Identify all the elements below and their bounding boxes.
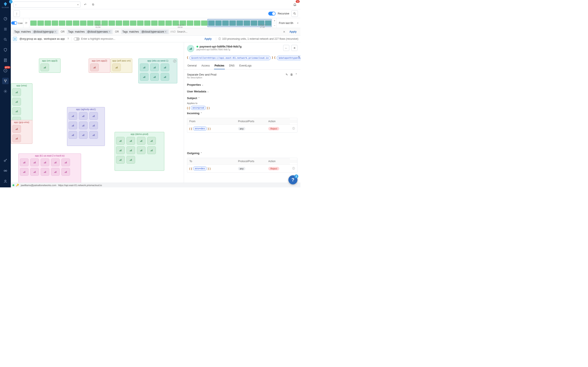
section-properties[interactable]: Properties⌄	[187, 81, 297, 88]
edit-button[interactable]: ✎	[285, 73, 288, 76]
cluster-arif-aws-vm[interactable]: app (arif-aws-vm)	[111, 58, 132, 73]
help-icon[interactable]: ?	[68, 37, 69, 40]
processing-unit[interactable]	[116, 156, 125, 164]
cluster-vm-app3[interactable]: app (vm-app3)	[39, 58, 61, 73]
processing-unit[interactable]	[12, 107, 21, 115]
processing-unit[interactable]	[51, 158, 60, 166]
graph-canvas[interactable]: ⌃ app (vm-app3)app (vm-app2)app (arif-aw…	[11, 42, 184, 187]
processing-unit[interactable]	[61, 168, 70, 176]
nav-list[interactable]	[2, 26, 9, 32]
processing-unit[interactable]	[90, 63, 99, 71]
nav-search[interactable]	[2, 36, 9, 43]
tab-dns[interactable]: DNS	[229, 62, 235, 69]
processing-unit[interactable]	[69, 112, 77, 120]
notifications-button[interactable]: 11	[292, 1, 298, 8]
help-fab[interactable]: ? 2	[288, 175, 297, 184]
section-incoming[interactable]: Incoming⌃	[187, 110, 297, 117]
cluster-gcp-vms[interactable]: app (gcp-vms)	[11, 120, 32, 144]
processing-unit[interactable]	[69, 122, 77, 129]
processing-unit[interactable]	[30, 168, 39, 176]
close-button[interactable]: ✕	[291, 45, 297, 51]
processing-unit[interactable]	[89, 131, 98, 139]
processing-unit[interactable]	[61, 158, 70, 166]
processing-unit[interactable]	[147, 146, 156, 154]
live-toggle[interactable]	[11, 21, 17, 25]
remove-chip-icon[interactable]: ×	[54, 30, 56, 33]
cluster-demo-prod[interactable]: app (demo-prod)	[115, 132, 164, 171]
cluster-aghody-aks1[interactable]: app (aghody-aks1)	[67, 107, 105, 146]
nav-alerts[interactable]: 8772	[2, 67, 9, 74]
section-subject[interactable]: Subject⌃	[187, 95, 297, 101]
apply-highlight-button[interactable]: Apply	[203, 37, 213, 40]
processing-unit[interactable]	[20, 158, 28, 166]
filter-chip-azure[interactable]: Tags matches @cloud:type=azure×	[121, 29, 169, 34]
processing-unit[interactable]	[126, 137, 135, 145]
processing-unit[interactable]	[161, 73, 169, 81]
tab-access[interactable]: Access	[201, 62, 210, 69]
processing-unit[interactable]	[126, 156, 135, 164]
expand-cluster-icon[interactable]: ↗	[173, 59, 176, 63]
filter-search-input[interactable]	[177, 30, 281, 33]
processing-unit[interactable]	[41, 158, 49, 166]
processing-unit[interactable]	[161, 63, 169, 71]
nav-report[interactable]	[2, 57, 9, 63]
processing-unit[interactable]	[12, 98, 21, 106]
processing-unit[interactable]	[40, 63, 49, 71]
timeline-track[interactable]: last 6h May 0401:00 May 0409:00 May 0417…	[29, 18, 272, 28]
time-range-selector[interactable]: From last 6h ▾	[277, 18, 301, 28]
nav-settings[interactable]	[2, 88, 9, 95]
remove-chip-icon[interactable]: ×	[165, 30, 166, 33]
processing-unit[interactable]	[116, 146, 125, 154]
processing-unit[interactable]	[20, 168, 28, 176]
collapse-policy-button[interactable]: ⌃	[295, 73, 297, 76]
processing-unit[interactable]	[137, 137, 146, 145]
row-info-button[interactable]: ⓘ	[290, 165, 297, 172]
processing-unit[interactable]	[147, 137, 156, 145]
processing-unit[interactable]	[30, 158, 39, 166]
more-menu-button[interactable]: ⋮	[13, 10, 20, 17]
search-button[interactable]	[291, 10, 298, 17]
copy-button[interactable]: ⧉	[90, 1, 96, 8]
tab-policies[interactable]: Policies	[214, 62, 225, 69]
processing-unit[interactable]	[79, 131, 87, 139]
nav-dashboard[interactable]	[2, 16, 9, 22]
processing-unit[interactable]	[51, 168, 60, 176]
processing-unit[interactable]	[79, 112, 87, 120]
processing-unit[interactable]	[12, 88, 21, 96]
processing-unit[interactable]	[116, 137, 125, 145]
refresh-button[interactable]: ⟳	[23, 18, 29, 28]
nav-shield[interactable]	[2, 47, 9, 53]
processing-unit[interactable]	[150, 63, 159, 71]
recursive-toggle[interactable]	[268, 12, 276, 16]
clear-filters-button[interactable]: ✕	[282, 30, 286, 34]
zoom-in-button[interactable]: +	[273, 18, 277, 23]
processing-unit[interactable]	[137, 146, 146, 154]
filter-chip-gcp[interactable]: Tags matches @cloud:type=gcp×	[13, 29, 59, 34]
back-button[interactable]: ←	[283, 45, 289, 51]
processing-unit[interactable]	[150, 73, 159, 81]
cluster-k1-us-east-2-e[interactable]: app (k1-us-east-2-e ksctl-io)	[18, 153, 81, 184]
remove-chip-icon[interactable]: ×	[109, 30, 110, 33]
highlight-toggle[interactable]	[74, 37, 80, 41]
section-user-metadata[interactable]: User Metadata⌄	[187, 88, 297, 95]
zoom-out-button[interactable]: −	[273, 23, 277, 28]
delete-button[interactable]: 🗑	[290, 73, 293, 76]
processing-unit[interactable]	[89, 112, 98, 120]
processing-unit[interactable]	[126, 146, 135, 154]
processing-unit[interactable]	[140, 73, 148, 81]
undo-button[interactable]: ↶	[82, 1, 88, 8]
nav-integrations[interactable]	[2, 167, 9, 174]
tab-general[interactable]: General	[187, 62, 197, 69]
section-outgoing[interactable]: Outgoing⌃	[187, 150, 297, 157]
cluster-eks-us-west-1[interactable]: app (eks-us-west-1)↗	[138, 58, 177, 83]
cluster-vm-app2[interactable]: app (vm-app2)	[89, 58, 110, 73]
filter-chip-aws[interactable]: Tags matches @cloud:type=aws×	[67, 29, 113, 34]
tag-controller[interactable]: $controller=https://api.east-01.network.…	[189, 56, 271, 60]
tab-eventlogs[interactable]: EventLogs	[239, 62, 252, 69]
processing-unit[interactable]	[41, 168, 49, 176]
nav-network[interactable]	[2, 78, 9, 84]
processing-unit[interactable]	[12, 134, 21, 142]
sidebar-expand-button[interactable]: ›	[9, 0, 13, 3]
path-input[interactable]: - ▾	[13, 1, 80, 8]
processing-unit[interactable]	[112, 63, 121, 71]
